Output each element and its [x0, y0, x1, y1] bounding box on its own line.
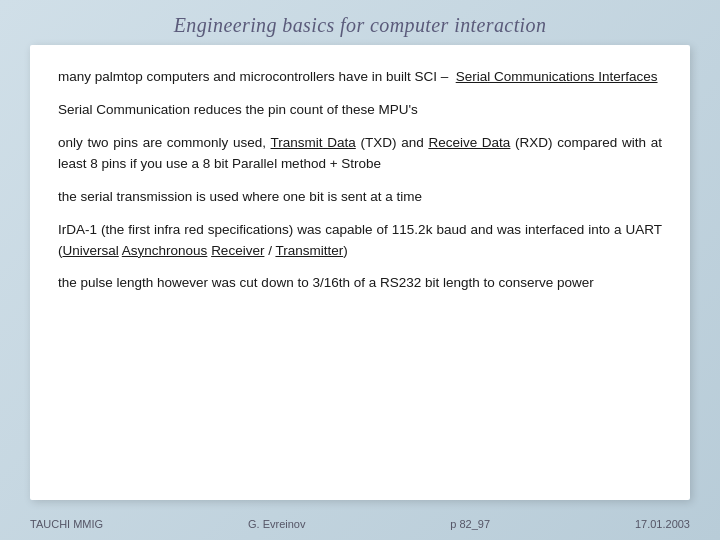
header-title: Engineering basics for computer interact…	[174, 14, 547, 36]
slide: Engineering basics for computer interact…	[0, 0, 720, 540]
footer-institution: TAUCHI MMIG	[30, 518, 103, 530]
paragraph-5-link4: Transmitter	[275, 243, 343, 258]
paragraph-4: the serial transmission is used where on…	[58, 187, 662, 208]
paragraph-3: only two pins are commonly used, Transmi…	[58, 133, 662, 175]
paragraph-5: IrDA-1 (the first infra red specificatio…	[58, 220, 662, 262]
paragraph-3-pre: only two pins are commonly used,	[58, 135, 271, 150]
footer-page: p 82_97	[450, 518, 490, 530]
paragraph-5-link2: Asynchronous	[122, 243, 208, 258]
paragraph-5-post: )	[343, 243, 348, 258]
paragraph-5-link3: Receiver	[211, 243, 264, 258]
content-area: many palmtop computers and microcontroll…	[30, 45, 690, 500]
paragraph-2: Serial Communication reduces the pin cou…	[58, 100, 662, 121]
paragraph-1-pre: many palmtop computers and microcontroll…	[58, 69, 456, 84]
paragraph-5-sp3: /	[264, 243, 275, 258]
footer-author: G. Evreinov	[248, 518, 305, 530]
paragraph-1-link: Serial Communications Interfaces	[456, 69, 658, 84]
footer-date: 17.01.2003	[635, 518, 690, 530]
paragraph-1: many palmtop computers and microcontroll…	[58, 67, 662, 88]
paragraph-3-link2: Receive Data	[428, 135, 510, 150]
paragraph-6: the pulse length however was cut down to…	[58, 273, 662, 294]
paragraph-5-link1: Universal	[63, 243, 119, 258]
footer: TAUCHI MMIG G. Evreinov p 82_97 17.01.20…	[30, 518, 690, 530]
slide-header: Engineering basics for computer interact…	[0, 0, 720, 45]
paragraph-3-mid: (TXD) and	[356, 135, 429, 150]
paragraph-3-link1: Transmit Data	[271, 135, 356, 150]
